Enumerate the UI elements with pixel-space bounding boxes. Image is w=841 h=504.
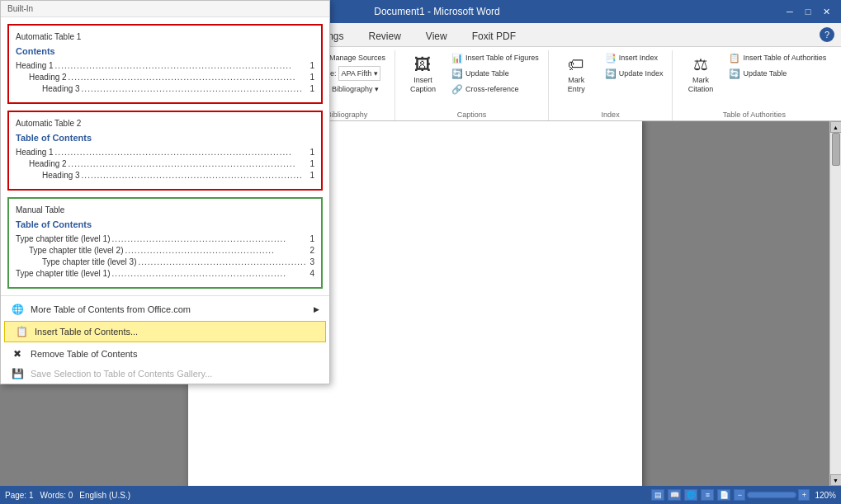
page-num: 2 [309,246,314,255]
page-status: Page: 1 [5,491,33,500]
manual-table-header: Manual Table [16,205,314,214]
automatic-table-2-item[interactable]: Automatic Table 2 Table of Contents Head… [7,121,323,191]
index-group-content: 🏷 MarkEntry 📑 Insert Index 🔄 Update Inde… [554,50,668,109]
dots: ........................................… [139,257,309,266]
caption-icon: 🖼 [414,54,431,74]
update-table-captions-label: Update Table [465,69,509,78]
manual-table-title: Table of Contents [16,219,314,229]
app-window: W 💾 ↩ ↪ ▾ Document1 - Microsoft Word ─ □… [0,0,841,504]
update-table-captions-icon: 🔄 [451,68,463,79]
captions-group-label: Captions [400,109,543,119]
level2-text: Type chapter title (level 2) [29,246,124,255]
tab-review[interactable]: Review [357,26,413,46]
status-right: ▤ 📖 🌐 ≡ 📄 − + 120% [651,489,836,501]
update-index-button[interactable]: 🔄 Update Index [601,66,668,81]
toc-row: Type chapter title (level 3) ...........… [16,257,314,266]
heading1-text: Heading 1 [16,148,54,157]
vertical-scrollbar[interactable]: ▲ ▼ [829,121,841,486]
mark-entry-icon: 🏷 [568,54,584,74]
cross-ref-icon: 🔗 [451,84,463,95]
insert-index-button[interactable]: 📑 Insert Index [601,50,668,65]
toc-row: Heading 1 ..............................… [16,148,314,157]
view-icons: ▤ 📖 🌐 ≡ 📄 [651,489,730,501]
minimize-button[interactable]: ─ [782,4,798,19]
insert-toa-icon: 📋 [729,53,740,64]
tof-label: Insert Table of Figures [465,54,539,62]
mark-citation-label: MarkCitation [688,76,714,94]
update-table-authorities-button[interactable]: 🔄 Update Table [725,66,830,81]
language-status: English (U.S.) [79,491,130,500]
restore-button[interactable]: □ [800,4,816,19]
print-layout-icon[interactable]: ▤ [651,489,664,501]
page-num: 1 [309,171,314,180]
scroll-down-button[interactable]: ▼ [830,474,842,486]
dots: ........................................… [112,234,309,243]
page-num: 1 [309,234,314,243]
tab-view[interactable]: View [413,26,460,46]
insert-index-label: Insert Index [619,54,658,62]
web-layout-icon[interactable]: 🌐 [684,489,697,501]
mark-citation-icon: ⚖ [693,54,708,74]
more-toc-arrow: ▶ [314,305,319,313]
heading3-text: Heading 3 [42,171,80,180]
insert-toc-icon: 📋 [15,326,28,337]
toc-dropdown-panel: Built-In Automatic Table 1 Contents Head… [0,121,330,384]
page-num: 3 [309,257,314,266]
authorities-group: ⚖ MarkCitation 📋 Insert Table of Authori… [673,50,835,120]
outline-icon[interactable]: ≡ [701,489,714,501]
update-toa-icon: 🔄 [729,68,740,79]
auto-table-2-header: Automatic Table 2 [16,121,314,128]
help-icon[interactable]: ? [820,27,834,42]
update-index-label: Update Index [619,69,664,78]
authorities-group-label: Table of Authorities [678,109,830,119]
level1b-text: Type chapter title (level 1) [16,269,111,278]
update-index-icon: 🔄 [605,68,617,79]
mark-citation-button[interactable]: ⚖ MarkCitation [678,50,723,106]
save-selection-menu-item: 💾 Save Selection to Table of Contents Ga… [1,364,329,384]
save-selection-icon: 💾 [11,368,24,379]
manual-table-item[interactable]: Manual Table Table of Contents Type chap… [7,197,323,289]
close-button[interactable]: ✕ [818,4,834,19]
insert-index-icon: 📑 [605,53,617,64]
insert-toa-label: Insert Table of Authorities [743,54,826,62]
caption-label: InsertCaption [410,76,436,94]
insert-table-of-figures-button[interactable]: 📊 Insert Table of Figures [447,50,543,65]
dots: ........................................… [112,269,309,278]
captions-group: 🖼 InsertCaption 📊 Insert Table of Figure… [395,50,549,120]
update-toa-label: Update Table [743,69,787,78]
zoom-level[interactable]: 120% [815,491,836,500]
index-group-label: Index [554,109,668,119]
zoom-slider[interactable] [747,492,796,498]
dots: ........................................… [125,246,309,255]
save-selection-label: Save Selection to Table of Contents Gall… [31,369,212,379]
remove-toc-menu-item[interactable]: ✖ Remove Table of Contents [1,344,329,364]
page-num: 1 [309,159,314,168]
scroll-up-button[interactable]: ▲ [830,121,842,133]
words-status: Words: 0 [40,491,73,500]
scroll-track[interactable] [830,133,841,474]
mark-entry-button[interactable]: 🏷 MarkEntry [554,50,599,106]
insert-table-authorities-button[interactable]: 📋 Insert Table of Authorities [725,50,830,65]
page-num: 4 [309,269,314,278]
auto-table-2-title: Table of Contents [16,133,314,143]
update-table-captions-button[interactable]: 🔄 Update Table [447,66,543,81]
style-dropdown[interactable]: APA Fifth ▾ [338,66,380,81]
zoom-out-button[interactable]: − [734,489,745,501]
full-reading-icon[interactable]: 📖 [668,489,681,501]
insert-toc-menu-item[interactable]: 📋 Insert Table of Contents... [4,321,326,342]
bibliography-label: Bibliography ▾ [332,85,379,93]
scroll-thumb[interactable] [832,133,840,166]
tof-icon: 📊 [451,53,463,64]
status-bar: Page: 1 Words: 0 English (U.S.) ▤ 📖 🌐 ≡ … [0,486,841,504]
toc-row: Type chapter title (level 1) ...........… [16,234,314,243]
index-small-buttons: 📑 Insert Index 🔄 Update Index [601,50,668,81]
tab-foxit-pdf[interactable]: Foxit PDF [460,26,528,46]
manage-sources-label: Manage Sources [329,54,385,62]
heading2-text: Heading 2 [29,159,67,168]
more-toc-menu-item[interactable]: 🌐 More Table of Contents from Office.com… [1,299,329,319]
insert-caption-button[interactable]: 🖼 InsertCaption [400,50,446,106]
cross-reference-button[interactable]: 🔗 Cross-reference [447,82,543,97]
draft-icon[interactable]: 📄 [717,489,730,501]
zoom-in-button[interactable]: + [798,489,810,501]
authorities-small-buttons: 📋 Insert Table of Authorities 🔄 Update T… [725,50,830,81]
